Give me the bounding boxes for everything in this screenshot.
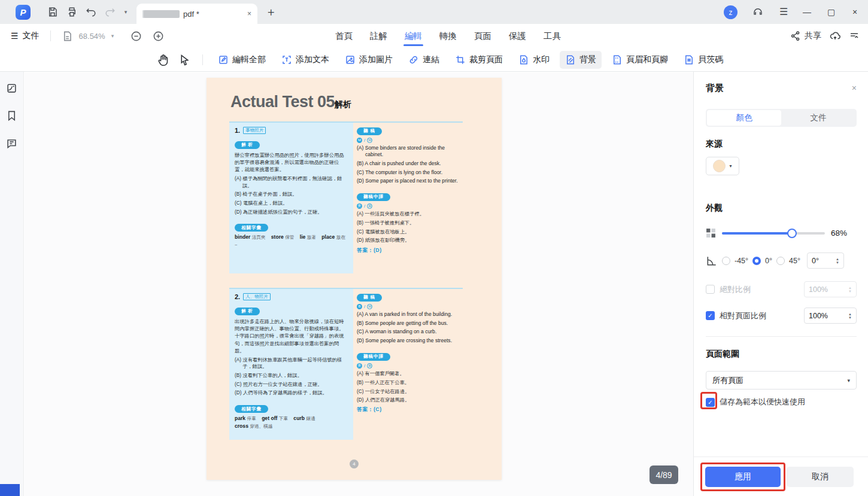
save-template-label: 儲存為範本以便快速使用 [720,397,805,407]
panel-close-icon[interactable]: × [852,83,857,93]
relative-scale-spinner[interactable]: 100% ▲▼ [804,308,857,324]
tab-file[interactable]: 文件 [781,110,855,126]
menu-edit[interactable]: 編輯 [402,24,424,48]
maximize-icon[interactable]: ▢ [827,7,835,17]
absolute-scale-spinner[interactable]: 100% ▲▼ [804,281,857,297]
collapse-toolbar-icon[interactable] [849,31,860,41]
menu-home[interactable]: 首頁 [333,24,355,48]
speaker-icon: W [367,304,372,309]
menu-page[interactable]: 頁面 [472,24,494,48]
vocab-line: cross 穿過、橫越 [235,422,348,430]
app-logo-icon[interactable]: P [16,5,31,20]
page-range-dropdown[interactable]: 所有頁面 ▾ [706,371,857,390]
bookmarks-panel-icon[interactable] [6,110,17,121]
script-option: (D) Some people are crossing the streets… [357,337,463,344]
page-indicator-badge: 4/89 [650,465,678,484]
tab-color[interactable]: 顏色 [707,110,781,126]
zoom-level[interactable]: 68.54% [79,32,105,41]
spin-down-icon[interactable]: ▼ [836,261,839,264]
thumbnails-panel-icon[interactable] [6,83,17,94]
add-image-button[interactable]: 添加圖片 [339,51,398,69]
translation-option: (B) 一張椅子被推到桌下。 [357,220,463,226]
vocab-badge: 相關字彙 [235,224,268,232]
radio-0[interactable] [752,257,761,265]
radio-45[interactable] [776,257,785,265]
zoom-in-icon[interactable] [153,31,164,42]
cancel-button[interactable]: 取消 [787,467,854,487]
background-mode-tabs: 顏色 文件 [706,109,857,127]
header-footer-button[interactable]: 頁眉和頁腳 [606,51,673,69]
hand-tool-icon[interactable] [154,54,171,66]
radio-neg45[interactable] [722,257,730,265]
undo-icon[interactable] [85,6,97,18]
radio-0-label[interactable]: 0° [765,257,772,265]
new-tab-icon[interactable]: ＋ [265,4,277,20]
question-2-analysis-column: 2. 人、物照片 解 析 出現許多走在路上的人、物來分散視線，須在短時間內掌握正… [229,289,353,440]
translation-option: (C) 電腦被放在地板上。 [357,229,463,235]
menu-tools[interactable]: 工具 [541,24,563,48]
pdf-page[interactable]: Actual Test 05 解析 1. 事物照片 解 析 辦公室裡放置辦公用品… [207,78,502,480]
angle-value: 0° [812,257,819,265]
app-menu-icon[interactable]: ☰ [779,7,788,17]
speaker-icons: B / W [357,304,463,309]
comments-panel-icon[interactable] [6,138,17,149]
tab-close-icon[interactable]: × [247,10,251,18]
tab-title-suffix: pdf * [183,10,199,19]
zoom-caret-icon[interactable]: ▾ [111,33,114,39]
radio-neg45-label[interactable]: -45° [735,257,748,265]
speaker-icon: 美 [357,363,362,369]
radio-45-label[interactable]: 45° [789,257,800,265]
page-fit-icon[interactable] [62,31,73,42]
crop-page-button[interactable]: 裁剪頁面 [450,51,508,69]
link-button[interactable]: 連結 [403,51,445,69]
question-2: 2. 人、物照片 解 析 出現許多走在路上的人、物來分散視線，須在短時間內掌握正… [229,288,463,289]
speaker-icon: 英 [367,203,372,209]
color-swatch-dropdown[interactable]: ▾ [706,157,739,175]
file-hamburger-icon: ☰ [11,31,19,41]
redo-icon[interactable] [104,6,116,18]
question-1-script-column: 聽 稿 M / W (A) Some binders are stored in… [357,124,463,254]
relative-scale-checkbox[interactable]: ✓ [706,311,715,320]
watermark-button[interactable]: 水印 [513,51,555,69]
share-button[interactable]: 共享 [790,31,821,41]
minimize-icon[interactable]: — [803,7,811,17]
opacity-slider[interactable] [722,232,825,235]
window-close-icon[interactable]: × [852,7,857,17]
zoom-out-icon[interactable] [130,31,142,42]
add-image-icon [345,54,356,65]
appearance-label: 外觀 [706,203,857,214]
support-headset-icon[interactable] [752,6,764,18]
question-number: 1. [235,127,240,134]
cloud-upload-icon[interactable] [830,31,840,41]
main-menu: 首頁 註解 編輯 轉換 頁面 保護 工具 [333,24,563,48]
add-text-button[interactable]: 添加文本 [276,51,335,69]
bates-number-button[interactable]: 貝茨碼 [678,51,729,69]
menu-convert[interactable]: 轉換 [437,24,459,48]
history-caret-icon[interactable]: ▾ [120,6,132,18]
select-tool-icon[interactable] [176,54,193,66]
absolute-scale-checkbox[interactable] [706,285,715,294]
watermark-icon [518,54,529,65]
menu-comment[interactable]: 註解 [368,24,390,48]
tab-title-redacted [142,10,180,18]
menu-protect[interactable]: 保護 [506,24,529,48]
document-tab[interactable]: pdf * × [136,4,257,24]
script-option: (C) The computer is lying on the floor. [357,169,463,176]
speaker-icon: M [357,138,362,143]
background-button[interactable]: 背景 [560,51,602,69]
file-menu-button[interactable]: ☰ 文件 [11,31,40,41]
header-footer-icon [612,54,623,65]
save-icon[interactable] [47,6,59,18]
add-text-icon [281,54,292,65]
document-canvas[interactable]: Actual Test 05 解析 1. 事物照片 解 析 辦公室裡放置辦公用品… [25,72,693,496]
question-type-tag: 事物照片 [243,127,266,134]
translation-option: (A) 有一個窗戶開著。 [357,370,463,377]
edit-all-button[interactable]: 編輯全部 [213,51,271,69]
opacity-slider-thumb[interactable] [787,229,797,238]
speaker-icon: 美 [357,203,362,209]
avatar[interactable]: z [724,5,738,19]
secondary-toolbar: ☰ 文件 68.54% ▾ 首頁 註解 編輯 轉換 頁面 保護 工具 共享 [0,24,868,48]
angle-spinner[interactable]: 0° ▲▼ [807,252,844,269]
analysis-text: 辦公室裡放置辦公用品的照片，使用許多辦公用品的單字很容易會混淆，所以需選出物品的… [235,151,348,174]
print-icon[interactable] [66,6,78,18]
